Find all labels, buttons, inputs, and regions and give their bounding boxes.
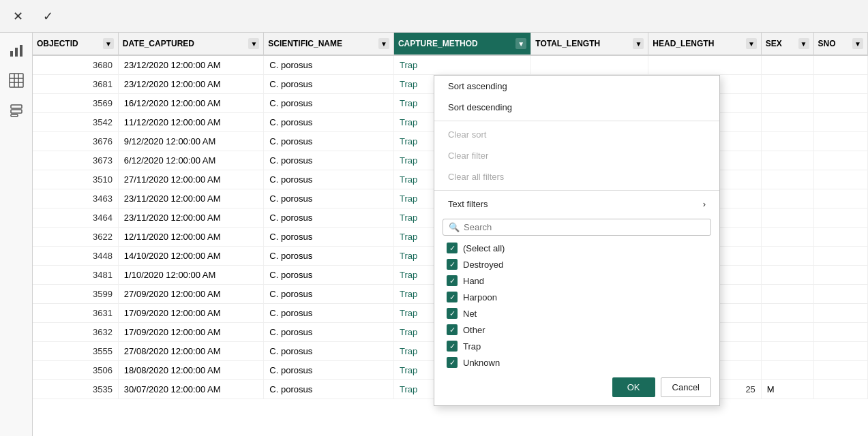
- svg-rect-8: [11, 105, 22, 108]
- col-header-total_length[interactable]: TOTAL_LENGTH ▼: [531, 33, 648, 55]
- cell-scientific_name: C. porosus: [264, 361, 394, 380]
- search-input[interactable]: [464, 222, 705, 232]
- cell-sno: [813, 208, 867, 228]
- cell-objectid: 3681: [33, 75, 118, 94]
- cell-objectid: 3599: [33, 285, 118, 304]
- sort-descending-item[interactable]: Sort descending: [434, 97, 719, 118]
- checkmark-select_all: ✓: [449, 245, 455, 252]
- checkmark-harpoon: ✓: [449, 294, 455, 301]
- cell-date_captured: 17/09/2020 12:00:00 AM: [118, 323, 263, 342]
- checkbox-trap[interactable]: ✓: [447, 341, 458, 352]
- checkbox-hand[interactable]: ✓: [447, 275, 458, 286]
- cell-date_captured: 17/09/2020 12:00:00 AM: [118, 304, 263, 323]
- cell-total_length: [531, 55, 648, 75]
- table-row: 368023/12/2020 12:00:00 AMC. porosusTrap: [33, 55, 868, 75]
- filter-btn-capture_method[interactable]: ▼: [515, 38, 526, 49]
- filter-option-select_all[interactable]: ✓ (Select all): [443, 240, 711, 256]
- checkbox-other[interactable]: ✓: [447, 324, 458, 335]
- cell-sex: [761, 228, 813, 247]
- cell-objectid: 3481: [33, 266, 118, 285]
- filter-option-unknown[interactable]: ✓ Unknown: [443, 354, 711, 371]
- checkmark-hand: ✓: [449, 277, 455, 285]
- cell-sex: [761, 55, 813, 75]
- cell-sno: [813, 228, 867, 247]
- cell-sex: [761, 285, 813, 304]
- filter-btn-date_captured[interactable]: ▼: [248, 38, 259, 49]
- filter-btn-head_length[interactable]: ▼: [746, 38, 757, 49]
- col-header-capture_method[interactable]: CAPTURE_METHOD ▼: [393, 33, 530, 55]
- col-header-date_captured[interactable]: DATE_CAPTURED ▼: [118, 33, 263, 55]
- checkbox-destroyed[interactable]: ✓: [447, 259, 458, 270]
- clear-sort-item[interactable]: Clear sort: [434, 124, 719, 145]
- toolbar: ✕ ✓: [0, 0, 868, 33]
- col-label-sno: SNO: [818, 39, 836, 48]
- col-header-sno[interactable]: SNO ▼: [813, 33, 867, 55]
- col-header-scientific_name[interactable]: SCIENTIFIC_NAME ▼: [264, 33, 394, 55]
- filter-option-net[interactable]: ✓ Net: [443, 305, 711, 322]
- filter-btn-objectid[interactable]: ▼: [103, 38, 114, 49]
- cell-sno: [813, 361, 867, 380]
- chart-icon[interactable]: [4, 38, 29, 63]
- cell-objectid: 3676: [33, 132, 118, 151]
- ok-button[interactable]: OK: [612, 377, 655, 397]
- col-header-sex[interactable]: SEX ▼: [761, 33, 813, 55]
- col-label-capture_method: CAPTURE_METHOD: [398, 39, 478, 48]
- cell-head_length: [648, 55, 761, 75]
- cell-scientific_name: C. porosus: [264, 380, 394, 399]
- checkbox-unknown[interactable]: ✓: [447, 357, 458, 368]
- text-filters-item[interactable]: Text filters ›: [434, 193, 719, 215]
- checkbox-select_all[interactable]: ✓: [447, 243, 458, 253]
- cell-date_captured: 27/08/2020 12:00:00 AM: [118, 342, 263, 361]
- col-label-scientific_name: SCIENTIFIC_NAME: [268, 39, 342, 48]
- filter-label-destroyed: Destroyed: [463, 260, 503, 270]
- checkbox-harpoon[interactable]: ✓: [447, 292, 458, 302]
- cell-sex: [761, 94, 813, 113]
- filter-btn-total_length[interactable]: ▼: [633, 38, 644, 49]
- cell-date_captured: 23/11/2020 12:00:00 AM: [118, 189, 263, 208]
- table-icon[interactable]: [4, 68, 29, 93]
- filter-option-other[interactable]: ✓ Other: [443, 322, 711, 338]
- close-button[interactable]: ✕: [8, 7, 27, 26]
- clear-filter-item[interactable]: Clear filter: [434, 145, 719, 166]
- filter-option-harpoon[interactable]: ✓ Harpoon: [443, 289, 711, 305]
- cell-sex: [761, 247, 813, 266]
- confirm-button[interactable]: ✓: [38, 7, 57, 26]
- checkbox-net[interactable]: ✓: [447, 308, 458, 319]
- filter-btn-scientific_name[interactable]: ▼: [378, 38, 389, 49]
- col-header-objectid[interactable]: OBJECTID ▼: [33, 33, 118, 55]
- cell-objectid: 3464: [33, 208, 118, 228]
- cell-sno: [813, 55, 867, 75]
- cell-date_captured: 1/10/2020 12:00:00 AM: [118, 266, 263, 285]
- filter-label-harpoon: Harpoon: [463, 292, 497, 302]
- cell-sno: [813, 132, 867, 151]
- col-header-head_length[interactable]: HEAD_LENGTH ▼: [648, 33, 761, 55]
- cell-scientific_name: C. porosus: [264, 189, 394, 208]
- filter-label-trap: Trap: [463, 341, 481, 352]
- cell-scientific_name: C. porosus: [264, 170, 394, 189]
- cell-objectid: 3680: [33, 55, 118, 75]
- filter-option-hand[interactable]: ✓ Hand: [443, 272, 711, 289]
- filter-option-destroyed[interactable]: ✓ Destroyed: [443, 256, 711, 272]
- clear-all-filters-item[interactable]: Clear all filters: [434, 166, 719, 187]
- filter-option-trap[interactable]: ✓ Trap: [443, 338, 711, 354]
- filter-dropdown: Sort ascending Sort descending Clear sor…: [434, 75, 720, 406]
- filter-btn-sno[interactable]: ▼: [852, 38, 863, 49]
- cell-sno: [813, 285, 867, 304]
- cell-sno: [813, 342, 867, 361]
- table-area: OBJECTID ▼ DATE_CAPTURED ▼ SCIENTIFIC_NA…: [33, 33, 868, 436]
- col-label-total_length: TOTAL_LENGTH: [535, 39, 600, 48]
- layers-icon[interactable]: [4, 98, 29, 123]
- cell-sno: [813, 323, 867, 342]
- dropdown-footer: OK Cancel: [434, 371, 719, 400]
- filter-label-unknown: Unknown: [463, 358, 500, 368]
- cell-sex: [761, 342, 813, 361]
- svg-rect-2: [20, 45, 23, 57]
- sort-ascending-item[interactable]: Sort ascending: [434, 76, 719, 97]
- cell-sno: [813, 247, 867, 266]
- checkmark-destroyed: ✓: [449, 261, 455, 268]
- filter-btn-sex[interactable]: ▼: [798, 38, 809, 49]
- svg-rect-1: [15, 48, 18, 57]
- cell-sno: [813, 304, 867, 323]
- cell-sex: [761, 266, 813, 285]
- cancel-button[interactable]: Cancel: [661, 377, 711, 397]
